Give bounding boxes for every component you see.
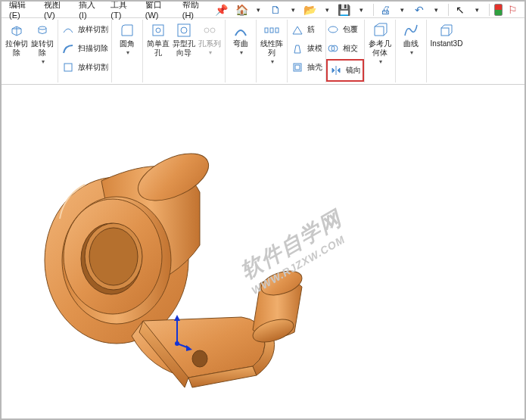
svg-point-38 (175, 341, 179, 346)
save-icon[interactable]: 💾 (338, 2, 352, 17)
wrap-icon (326, 23, 340, 36)
fillet-button[interactable]: 圆角 ▾ (115, 21, 139, 58)
rib-icon (291, 23, 304, 36)
home-icon[interactable]: 🏠 (235, 2, 249, 17)
revolve-cut-label: 旋转切除 (30, 39, 54, 58)
undo-icon[interactable]: ↶ (412, 2, 427, 17)
instant3d-button[interactable]: Instant3D (430, 21, 463, 48)
svg-rect-2 (153, 25, 163, 36)
hole-series-button[interactable]: 孔系列 ▾ (198, 21, 222, 58)
group-bend: 弯曲 ▾ (226, 20, 257, 82)
menu-help[interactable]: 帮助(H) (179, 0, 212, 20)
hole-wizard-button[interactable]: 异型孔向导 (172, 21, 196, 58)
chevron-down-icon: ▾ (126, 48, 129, 58)
hole-wizard-icon (175, 21, 193, 39)
axis-manipulator[interactable] (170, 313, 192, 351)
loft-cut-icon (61, 23, 75, 36)
svg-point-31 (192, 350, 207, 367)
shell-label: 抽壳 (307, 62, 322, 73)
bend-icon (232, 21, 250, 39)
print-icon[interactable]: 🖨 (378, 2, 393, 17)
fillet-label: 圆角 (120, 39, 135, 48)
bend-label: 弯曲 (233, 39, 248, 48)
extrude-cut-label: 拉伸切除 (5, 39, 29, 58)
menu-insert[interactable]: 插入(I) (76, 0, 104, 20)
rib-label: 筋 (307, 24, 315, 35)
menu-bar: 编辑(E) 视图(V) 插入(I) 工具(T) 窗口(W) 帮助(H) 📌 🏠▾… (2, 2, 524, 18)
cursor-icon[interactable]: ↖ (453, 2, 468, 17)
dropdown-icon[interactable]: ▾ (286, 2, 300, 17)
svg-rect-8 (265, 28, 268, 33)
svg-point-5 (181, 27, 187, 33)
svg-point-0 (39, 26, 46, 30)
loft-cut-button[interactable]: 放样切割 (61, 21, 108, 38)
ref-geom-icon (371, 21, 389, 39)
group-sweep: 放样切割 扫描切除 放样切割 (58, 20, 112, 82)
dropdown-icon[interactable]: ▾ (429, 2, 444, 17)
simple-hole-icon (149, 21, 167, 39)
ref-geom-button[interactable]: 参考几何体 ▾ (368, 21, 392, 67)
rib-button[interactable]: 筋 (291, 21, 322, 38)
open-icon[interactable]: 📂 (303, 2, 317, 17)
ref-geom-label: 参考几何体 (368, 39, 392, 58)
hole-series-label: 孔系列 (198, 39, 221, 48)
graphics-viewport[interactable]: 软件自学网 WWW.RJZXW.COM (3, 86, 523, 417)
sweep-cut-button[interactable]: 扫描切除 (61, 40, 108, 57)
dropdown-icon[interactable]: ▾ (354, 2, 369, 17)
traffic-light-icon[interactable] (494, 4, 503, 16)
svg-rect-9 (270, 28, 273, 33)
instant3d-icon (437, 21, 456, 39)
new-icon[interactable]: 🗋 (269, 2, 283, 17)
chevron-down-icon: ▾ (209, 48, 212, 58)
simple-hole-button[interactable]: 简单直孔 (146, 21, 170, 58)
hole-wizard-label: 异型孔向导 (172, 39, 196, 58)
dropdown-icon[interactable]: ▾ (252, 2, 266, 17)
group-pattern: 线性阵列 ▾ (257, 20, 288, 82)
svg-rect-12 (295, 65, 300, 70)
curve-button[interactable]: 曲线 ▾ (399, 21, 423, 58)
menu-tool[interactable]: 工具(T) (107, 0, 139, 20)
extrude-cut-button[interactable]: 拉伸切除 (5, 21, 29, 67)
intersect-label: 相交 (343, 43, 358, 54)
dropdown-icon[interactable]: ▾ (471, 2, 485, 17)
hole-series-icon (201, 21, 219, 39)
menu-view[interactable]: 视图(V) (41, 0, 73, 20)
fillet-icon (118, 21, 136, 39)
shell-button[interactable]: 抽壳 (291, 59, 322, 76)
instant3d-label: Instant3D (431, 39, 463, 48)
svg-point-6 (204, 28, 209, 33)
dropdown-icon[interactable]: ▾ (395, 2, 409, 17)
svg-rect-1 (64, 64, 72, 71)
loft-cut2-label: 放样切割 (78, 62, 108, 73)
flag-icon[interactable]: ⚐ (506, 2, 520, 17)
group-wrap: 包覆 相交 镜向 (326, 20, 364, 82)
group-hole: 简单直孔 异型孔向导 孔系列 ▾ (143, 20, 226, 82)
sweep-cut-label: 扫描切除 (78, 43, 108, 54)
group-cut: 拉伸切除 旋转切除 ▾ (2, 20, 58, 82)
menu-window[interactable]: 窗口(W) (142, 0, 176, 20)
svg-point-30 (89, 228, 138, 285)
dropdown-icon[interactable]: ▾ (320, 2, 335, 17)
intersect-icon (326, 42, 340, 55)
pin-icon[interactable]: 📌 (214, 2, 229, 17)
model-render (26, 109, 351, 412)
loft-cut2-button[interactable]: 放样切割 (61, 59, 108, 76)
mirror-button[interactable]: 镜向 (329, 62, 361, 79)
svg-point-13 (328, 26, 338, 33)
ribbon-toolbar: 拉伸切除 旋转切除 ▾ 放样切割 扫描切除 放样切割 圆角 ▾ 简单直孔 (2, 18, 524, 85)
linear-pattern-icon (263, 21, 281, 39)
mirror-label: 镜向 (346, 65, 361, 76)
wrap-label: 包覆 (343, 24, 358, 35)
revolve-cut-button[interactable]: 旋转切除 ▾ (30, 21, 54, 67)
linear-pattern-label: 线性阵列 (260, 39, 284, 58)
intersect-button[interactable]: 相交 (326, 40, 364, 57)
linear-pattern-button[interactable]: 线性阵列 ▾ (260, 21, 284, 67)
svg-rect-10 (275, 28, 279, 33)
draft-button[interactable]: 拔模 (291, 40, 322, 57)
wrap-button[interactable]: 包覆 (326, 21, 364, 38)
draft-icon (291, 42, 304, 55)
bend-button[interactable]: 弯曲 ▾ (229, 21, 253, 58)
chevron-down-icon: ▾ (271, 58, 274, 67)
mirror-icon (329, 64, 343, 77)
menu-edit[interactable]: 编辑(E) (6, 0, 38, 20)
